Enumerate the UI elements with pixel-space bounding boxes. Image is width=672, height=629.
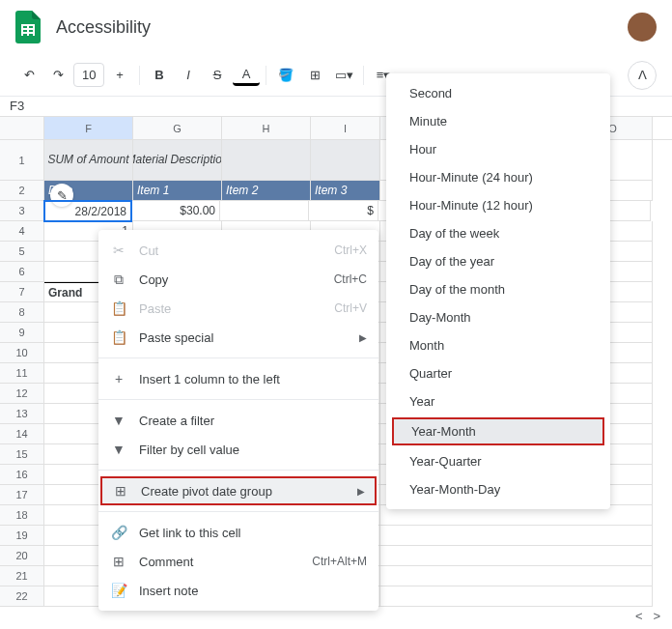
cell-G3[interactable]: $30.00 (131, 201, 220, 221)
merge-button[interactable]: ▭▾ (330, 62, 357, 89)
filter-icon: ▼ (110, 441, 127, 458)
fill-color-button[interactable]: 🪣 (272, 62, 299, 89)
undo-button[interactable]: ↶ (15, 62, 42, 89)
cell-F1[interactable]: SUM of Amount (44, 140, 133, 181)
ctx-paste[interactable]: 📋PasteCtrl+V (98, 294, 378, 323)
col-header-I[interactable]: I (311, 117, 380, 139)
col-header-F[interactable]: F (44, 117, 133, 139)
ctx-insert-column[interactable]: +Insert 1 column to the left (98, 364, 378, 393)
ctx-insert-note[interactable]: 📝Insert note (98, 576, 378, 605)
sub-day-of-week[interactable]: Day of the week (386, 219, 610, 247)
sub-year[interactable]: Year (386, 387, 610, 415)
redo-button[interactable]: ↷ (44, 62, 71, 89)
sub-day-of-year[interactable]: Day of the year (386, 247, 610, 275)
row-header-13[interactable]: 13 (0, 404, 44, 424)
row-header-21[interactable]: 21 (0, 566, 44, 586)
cell-H3[interactable] (220, 201, 309, 221)
sub-month[interactable]: Month (386, 331, 610, 359)
row-header-6[interactable]: 6 (0, 262, 44, 282)
ctx-paste-special[interactable]: 📋Paste special▶ (98, 323, 378, 352)
app-header: Accessibility (0, 0, 672, 54)
explore-arrows[interactable]: < > (635, 609, 660, 623)
cell-I2[interactable]: Item 3 (311, 181, 380, 201)
row-header-15[interactable]: 15 (0, 444, 44, 465)
col-header-H[interactable]: H (222, 117, 311, 139)
row-header-8[interactable]: 8 (0, 302, 44, 323)
row-header-7[interactable]: 7 (0, 282, 44, 302)
row-headers: 1 2 3 4 5 6 7 8 9 10 11 12 13 14 15 16 1… (0, 140, 44, 607)
plus-icon: + (110, 370, 127, 387)
row-header-12[interactable]: 12 (0, 384, 44, 404)
row-header-18[interactable]: 18 (0, 505, 44, 526)
ctx-comment[interactable]: ⊞CommentCtrl+Alt+M (98, 547, 378, 576)
row-header-20[interactable]: 20 (0, 546, 44, 566)
increase-font-button[interactable]: + (106, 62, 133, 89)
row-header-5[interactable]: 5 (0, 242, 44, 262)
chevron-right-icon: ▶ (357, 486, 365, 497)
sub-second[interactable]: Second (386, 79, 610, 107)
filter-icon: ▼ (110, 412, 127, 429)
link-icon: 🔗 (110, 524, 127, 541)
paste-special-icon: 📋 (110, 329, 127, 346)
paste-icon: 📋 (110, 300, 127, 317)
cell-G2[interactable]: Item 1 (133, 181, 222, 201)
sub-year-month[interactable]: Year-Month (392, 417, 604, 445)
sub-hour-minute-12[interactable]: Hour-Minute (12 hour) (386, 191, 610, 219)
sub-year-quarter[interactable]: Year-Quarter (386, 447, 610, 475)
ctx-get-link[interactable]: 🔗Get link to this cell (98, 518, 378, 547)
ctx-create-filter[interactable]: ▼Create a filter (98, 406, 378, 435)
row-header-2[interactable]: 2 (0, 181, 44, 201)
row-header-16[interactable]: 16 (0, 465, 44, 485)
comment-icon: ⊞ (110, 553, 127, 570)
strikethrough-button[interactable]: S (204, 62, 231, 89)
cut-icon: ✂ (110, 242, 127, 259)
chevron-right-icon: ▶ (359, 332, 367, 343)
date-group-submenu: Second Minute Hour Hour-Minute (24 hour)… (386, 73, 610, 509)
row-header-1[interactable]: 1 (0, 140, 44, 181)
row-header-10[interactable]: 10 (0, 343, 44, 363)
collapse-toolbar-button[interactable]: ᐱ (628, 61, 657, 90)
font-size-input[interactable]: 10 (73, 63, 104, 87)
row-header-9[interactable]: 9 (0, 323, 44, 343)
borders-button[interactable]: ⊞ (301, 62, 328, 89)
ctx-pivot-date-group[interactable]: ⊞Create pivot date group▶ (100, 476, 377, 505)
ctx-cut[interactable]: ✂CutCtrl+X (98, 236, 378, 265)
text-color-button[interactable]: A (233, 65, 260, 86)
cell-F3-selected[interactable]: 28/2/2018 (43, 200, 132, 222)
cell-H2[interactable]: Item 2 (222, 181, 311, 201)
row-header-19[interactable]: 19 (0, 526, 44, 546)
ctx-filter-value[interactable]: ▼Filter by cell value (98, 435, 378, 464)
user-avatar[interactable] (628, 13, 657, 42)
cell-I1[interactable] (311, 140, 380, 181)
row-header-3[interactable]: 3 (0, 201, 44, 221)
row-header-11[interactable]: 11 (0, 363, 44, 384)
sub-day-month[interactable]: Day-Month (386, 303, 610, 331)
col-header-G[interactable]: G (133, 117, 222, 139)
row-header-22[interactable]: 22 (0, 586, 44, 607)
cell-G1[interactable]: Material Description (133, 140, 222, 181)
row-header-4[interactable]: 4 (0, 221, 44, 242)
cell-H1[interactable] (222, 140, 311, 181)
copy-icon: ⧉ (110, 271, 127, 288)
document-title[interactable]: Accessibility (56, 17, 151, 38)
pivot-icon: ⊞ (112, 482, 129, 500)
sheets-logo (15, 11, 41, 43)
sub-quarter[interactable]: Quarter (386, 359, 610, 387)
ctx-copy[interactable]: ⧉CopyCtrl+C (98, 265, 378, 294)
context-menu: ✂CutCtrl+X ⧉CopyCtrl+C 📋PasteCtrl+V 📋Pas… (98, 230, 378, 611)
row-header-14[interactable]: 14 (0, 424, 44, 444)
note-icon: 📝 (110, 582, 127, 599)
sub-minute[interactable]: Minute (386, 107, 610, 135)
italic-button[interactable]: I (175, 62, 202, 89)
cell-I3[interactable]: $ (309, 201, 378, 221)
sub-hour-minute-24[interactable]: Hour-Minute (24 hour) (386, 163, 610, 191)
row-header-17[interactable]: 17 (0, 485, 44, 505)
sub-year-month-day[interactable]: Year-Month-Day (386, 475, 610, 503)
bold-button[interactable]: B (146, 62, 173, 89)
sub-hour[interactable]: Hour (386, 135, 610, 163)
sub-day-of-month[interactable]: Day of the month (386, 275, 610, 303)
